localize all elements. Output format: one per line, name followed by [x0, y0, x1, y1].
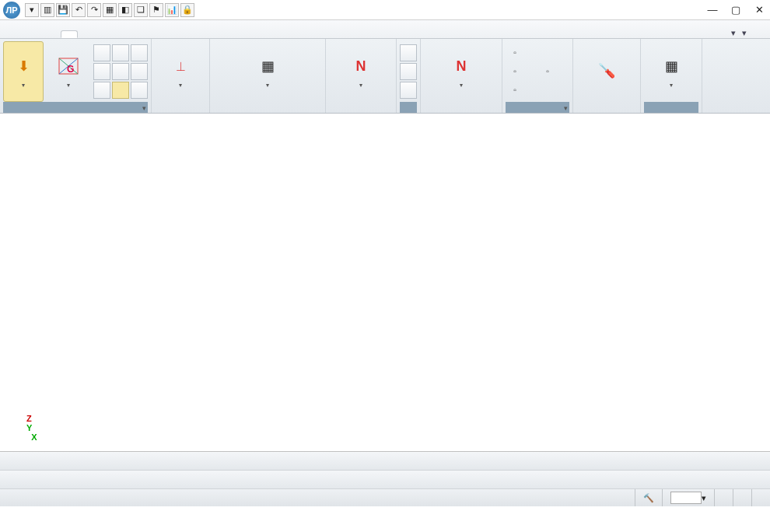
ef-icon: ▫: [509, 65, 521, 78]
qat-open-icon[interactable]: ▥: [40, 3, 54, 17]
joint-ny[interactable]: [400, 44, 417, 61]
panel-tools: 🪛: [573, 39, 641, 113]
joint-mz[interactable]: [400, 82, 417, 99]
direction-grid: [93, 44, 148, 99]
maximize-button[interactable]: ▢: [728, 3, 744, 17]
tools-button[interactable]: 🪛: [576, 41, 637, 102]
doc-button[interactable]: ▦ ▾: [644, 41, 698, 102]
nl-ef[interactable]: ▫: [509, 63, 537, 80]
qat-3d-icon[interactable]: ◧: [118, 3, 132, 17]
qat-layers-icon[interactable]: ❏: [134, 3, 148, 17]
tab-brick[interactable]: [137, 32, 152, 38]
joint-qz[interactable]: [400, 63, 417, 80]
dir-phi[interactable]: [93, 82, 110, 99]
panel-doc: ▦ ▾: [641, 39, 702, 113]
dir-z[interactable]: [112, 82, 129, 99]
rx-icon: ▫: [541, 65, 554, 78]
nl-blank[interactable]: ▫: [509, 82, 537, 99]
panel-stress-plate: ▦ ▾: [210, 39, 326, 113]
blank-icon: ▫: [509, 84, 521, 96]
panel-joint: [397, 39, 421, 113]
hammer-icon: 🔨: [635, 489, 662, 506]
window-menu[interactable]: ▾: [740, 28, 747, 38]
forces-spec-button[interactable]: N ▾: [329, 41, 393, 102]
window-controls: — ▢ ✕: [705, 3, 767, 17]
viewport-3d[interactable]: ZY X: [0, 117, 770, 451]
forces-rod-button[interactable]: ⟂ ▾: [155, 41, 206, 102]
minimize-button[interactable]: —: [705, 3, 720, 17]
qat-flag-icon[interactable]: ⚑: [149, 3, 163, 17]
qat-new-icon[interactable]: ▾: [25, 3, 39, 17]
arrow-down-icon: ⬇: [11, 54, 36, 79]
dir-uy[interactable]: [131, 63, 148, 80]
nds-schemes-button[interactable]: ⬇ ▾: [3, 41, 44, 102]
rod-icon: ⟂: [168, 54, 193, 79]
mosaic-icon: G: [56, 54, 81, 79]
toolbar-row-2: [0, 471, 770, 489]
tab-concrete[interactable]: [100, 32, 115, 38]
qat-pack-icon[interactable]: ▦: [103, 3, 117, 17]
panel-deformations-label: ▾: [3, 102, 148, 113]
panel-joint-label: [400, 102, 417, 113]
forces-node-button[interactable]: N ▾: [424, 41, 499, 102]
style-menu[interactable]: ▾: [730, 28, 736, 38]
tab-metal[interactable]: [118, 32, 134, 38]
dir-y[interactable]: [112, 63, 129, 80]
app-logo[interactable]: ЛР: [3, 2, 20, 19]
qat-lock-icon[interactable]: 🔒: [180, 3, 194, 17]
panel-nonlinear-label: ▾: [506, 102, 569, 113]
qat-redo-icon[interactable]: ↷: [87, 3, 101, 17]
close-button[interactable]: ✕: [751, 3, 767, 17]
dir-ux[interactable]: [112, 44, 129, 61]
dir-g[interactable]: [93, 63, 110, 80]
svg-text:G: G: [67, 64, 74, 75]
panel-forces-node: N ▾: [421, 39, 502, 113]
dir-uz[interactable]: [131, 82, 148, 99]
tab-create[interactable]: [5, 32, 20, 38]
title-bar: ЛР ▾ ▥ 💾 ↶ ↷ ▦ ◧ ❏ ⚑ 📊 🔒 — ▢ ✕: [0, 0, 770, 20]
node-n-icon: N: [449, 54, 474, 79]
panel-deformations: ⬇ ▾ G ▾ ▾: [0, 39, 152, 113]
quick-access-toolbar: ▾ ▥ 💾 ↶ ↷ ▦ ◧ ❏ ⚑ 📊 🔒: [25, 3, 194, 17]
bottom-toolbars: 🔨 ▾: [0, 451, 770, 506]
qat-save-icon[interactable]: 💾: [56, 3, 70, 17]
panel-doc-label: [644, 102, 698, 113]
ribbon-tabs: ▾ ▾: [0, 20, 770, 39]
panel-nonlinear: ▫ ▫ ▫ ▫ ▾: [502, 39, 573, 113]
status-bar: 🔨 ▾: [0, 489, 770, 506]
panel-forces-rod: ⟂ ▾: [152, 39, 210, 113]
tab-calc[interactable]: [42, 32, 58, 38]
tab-extended-analysis[interactable]: [81, 32, 96, 38]
dir-x[interactable]: [93, 44, 110, 61]
stress-plate-button[interactable]: ▦ ▾: [213, 41, 322, 102]
qat-undo-icon[interactable]: ↶: [72, 3, 86, 17]
nl-rx[interactable]: ▫: [541, 63, 569, 80]
dir-w[interactable]: [131, 44, 148, 61]
plate-icon: ▦: [255, 54, 280, 79]
nl-ei[interactable]: ▫: [509, 44, 537, 61]
ribbon: ⬇ ▾ G ▾ ▾: [0, 39, 770, 114]
table-icon: ▦: [659, 54, 684, 79]
tools-icon: 🪛: [594, 58, 619, 83]
tab-analysis[interactable]: [61, 30, 78, 38]
spec-n-icon: N: [348, 54, 373, 79]
load-combo[interactable]: ▾: [662, 489, 714, 506]
ei-icon: ▫: [509, 47, 521, 59]
mosaic-isofields-button[interactable]: G ▾: [45, 41, 92, 102]
toolbar-row-1: [0, 452, 770, 471]
panel-forces-spec: N ▾: [326, 39, 397, 113]
tab-extended-edit[interactable]: [23, 32, 39, 38]
model-mesh: [0, 117, 762, 451]
qat-chart-icon[interactable]: 📊: [165, 3, 179, 17]
